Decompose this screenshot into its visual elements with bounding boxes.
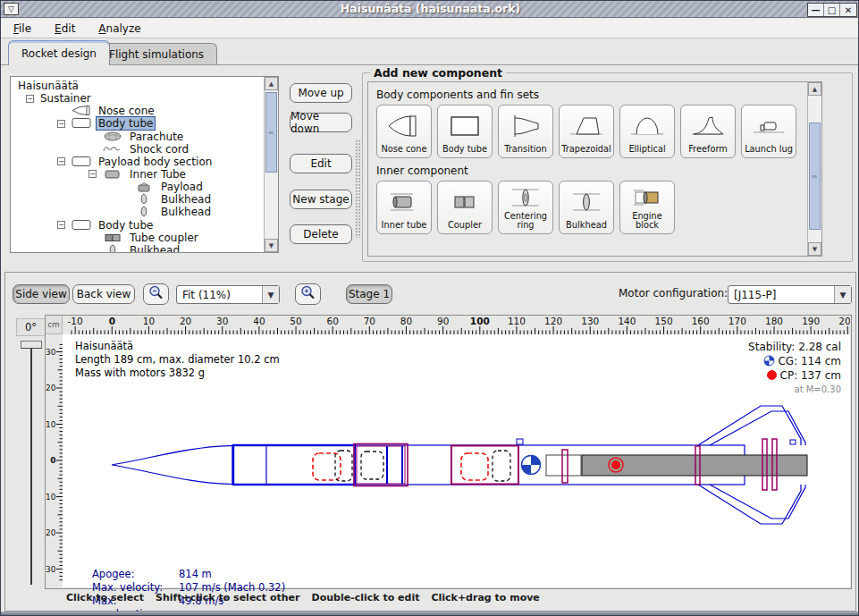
tree-node-payload[interactable]: Payload — [11, 181, 278, 193]
scroll-down-icon[interactable]: ▼ — [808, 242, 821, 256]
tree-scrollbar-thumb[interactable]: ≡ — [265, 92, 277, 173]
tree-node-parachute[interactable]: Parachute — [11, 131, 278, 143]
tree-node-label[interactable]: Nose cone — [97, 105, 156, 117]
add-nose-cone-button[interactable]: Nose cone — [376, 105, 432, 158]
chevron-down-icon: ▼ — [834, 286, 851, 303]
edit-button[interactable]: Edit — [290, 154, 352, 173]
rocket-canvas[interactable]: Haisunäätä Length 189 cm, max. diameter … — [63, 334, 850, 587]
status-hint: Click to select — [66, 592, 144, 603]
tree-node-label[interactable]: Shock cord — [128, 143, 190, 156]
tree-node-label[interactable]: Bulkhead — [159, 206, 213, 218]
tab-rocket-design[interactable]: Rocket design — [8, 40, 110, 65]
tree-node-label[interactable]: Bulkhead — [128, 244, 181, 253]
flight-stat-row: Apogee:814 m — [92, 568, 285, 581]
bulkhead-icon — [132, 206, 156, 217]
tree-node-tube-coupler[interactable]: Tube coupler — [11, 232, 278, 244]
tree-node-label[interactable]: Parachute — [128, 131, 185, 143]
collapse-icon[interactable]: − — [88, 170, 97, 178]
close-button[interactable]: ✕ — [840, 4, 856, 16]
component-tree[interactable]: Haisunäätä−SustainerNose cone−Body tubeP… — [10, 76, 279, 253]
tree-node-bulkhead[interactable]: Bulkhead — [11, 206, 278, 218]
stage-1-toggle[interactable]: Stage 1 — [346, 284, 392, 304]
cp-value: CP: 137 cm — [780, 369, 841, 382]
tree-node-label[interactable]: Tube coupler — [128, 232, 200, 244]
rotation-slider-handle[interactable] — [21, 341, 42, 349]
menu-analyze[interactable]: Analyze — [98, 22, 140, 35]
tree-node-payload-body-section[interactable]: −Payload body section — [11, 156, 278, 168]
tree-node-label[interactable]: Bulkhead — [159, 193, 213, 206]
tree-node-label[interactable]: Payload — [159, 181, 205, 193]
menu-file[interactable]: File — [13, 22, 31, 35]
tree-node-label[interactable]: Haisunäätä — [16, 80, 80, 92]
title-bar[interactable]: ▽ Haisunäätä (haisunaata.ork) —□✕ — [1, 1, 859, 18]
add-trapezoidal-button[interactable]: Trapezoidal — [559, 105, 614, 158]
tree-node-shock-cord[interactable]: Shock cord — [11, 143, 278, 156]
tree-scrollbar[interactable]: ▲ ≡ ▼ — [264, 77, 278, 252]
zoom-out-button[interactable] — [143, 283, 169, 305]
tree-node-label[interactable]: Body tube — [97, 219, 155, 232]
shockcord-icon — [101, 143, 124, 155]
scroll-up-icon[interactable]: ▲ — [265, 77, 278, 90]
side-view-button[interactable]: Side view — [13, 284, 70, 304]
add-engine-block-button[interactable]: Engine block — [619, 181, 675, 234]
new-stage-button[interactable]: New stage — [290, 190, 352, 209]
splitter-handle[interactable] — [355, 139, 361, 238]
collapse-icon[interactable]: − — [57, 221, 65, 229]
rotation-slider-track[interactable] — [30, 343, 32, 585]
rotation-angle-label: 0° — [16, 318, 46, 336]
scroll-down-icon[interactable]: ▼ — [265, 239, 278, 252]
minimize-button[interactable]: — — [808, 4, 824, 16]
add-launch-lug-button[interactable]: Launch lug — [741, 105, 796, 158]
svg-text:30: 30 — [46, 565, 56, 574]
flight-stat-label: Apogee: — [92, 568, 179, 581]
tree-node-haisun-t-[interactable]: Haisunäätä — [11, 80, 278, 92]
add-body-tube-button[interactable]: Body tube — [437, 105, 493, 158]
move-down-button[interactable]: Move down — [290, 113, 352, 132]
tree-node-bulkhead[interactable]: Bulkhead — [11, 193, 278, 206]
tree-node-nose-cone[interactable]: Nose cone — [11, 105, 278, 117]
component-button-label: Body tube — [442, 145, 487, 155]
maximize-button[interactable]: □ — [824, 4, 840, 16]
zoom-in-button[interactable] — [295, 283, 321, 305]
tab-divider — [1, 64, 859, 65]
svg-text:-10: -10 — [46, 420, 56, 429]
collapse-icon[interactable]: − — [57, 157, 65, 165]
add-elliptical-button[interactable]: Elliptical — [619, 105, 675, 158]
component-scrollbar[interactable]: ▲ ≡ ▼ — [807, 82, 821, 256]
tree-node-label[interactable]: Sustainer — [38, 92, 93, 105]
tree-node-sustainer[interactable]: −Sustainer — [11, 92, 278, 105]
scroll-up-icon[interactable]: ▲ — [808, 82, 821, 96]
menu-edit[interactable]: Edit — [55, 22, 75, 35]
ruler-unit-label: cm — [46, 316, 63, 334]
nosecone-icon — [378, 107, 430, 145]
zoom-level-select[interactable]: Fit (11%) ▼ — [176, 285, 280, 304]
add-bulkhead-button[interactable]: Bulkhead — [559, 181, 614, 234]
move-up-button[interactable]: Move up — [290, 83, 352, 103]
tree-node-body-tube[interactable]: −Body tube — [11, 219, 278, 232]
motor-config-select[interactable]: [J115-P] ▼ — [728, 285, 852, 304]
delete-button[interactable]: Delete — [290, 224, 352, 244]
component-button-label: Bulkhead — [566, 221, 607, 231]
section-label-inner-component: Inner component — [376, 165, 806, 177]
tab-flight-simulations[interactable]: Flight simulations — [96, 43, 217, 65]
tree-node-bulkhead[interactable]: Bulkhead — [11, 244, 278, 253]
component-scrollbar-thumb[interactable]: ≡ — [809, 122, 821, 230]
coupler-icon — [439, 183, 491, 221]
rocket-canvas-frame: cm -100102030405060708090100110120130140… — [45, 315, 852, 589]
tree-node-inner-tube[interactable]: −Inner Tube — [11, 168, 278, 181]
collapse-icon[interactable]: − — [57, 120, 65, 128]
add-coupler-button[interactable]: Coupler — [437, 181, 493, 234]
collapse-icon[interactable]: − — [26, 95, 34, 103]
nosecone-icon — [70, 105, 93, 116]
add-centering-ring-button[interactable]: Centering ring — [498, 181, 553, 234]
edit-button-column: Move upMove downEditNew stageDelete — [290, 83, 352, 244]
svg-text:80: 80 — [400, 316, 412, 326]
add-freeform-button[interactable]: Freeform — [680, 105, 736, 158]
add-transition-button[interactable]: Transition — [498, 105, 553, 158]
back-view-button[interactable]: Back view — [72, 284, 135, 304]
tree-node-label[interactable]: Inner Tube — [128, 168, 188, 181]
tree-node-label[interactable]: Body tube — [97, 117, 155, 130]
tree-node-body-tube[interactable]: −Body tube — [11, 117, 278, 130]
tree-node-label[interactable]: Payload body section — [97, 156, 214, 168]
add-inner-tube-button[interactable]: Inner tube — [376, 181, 432, 234]
